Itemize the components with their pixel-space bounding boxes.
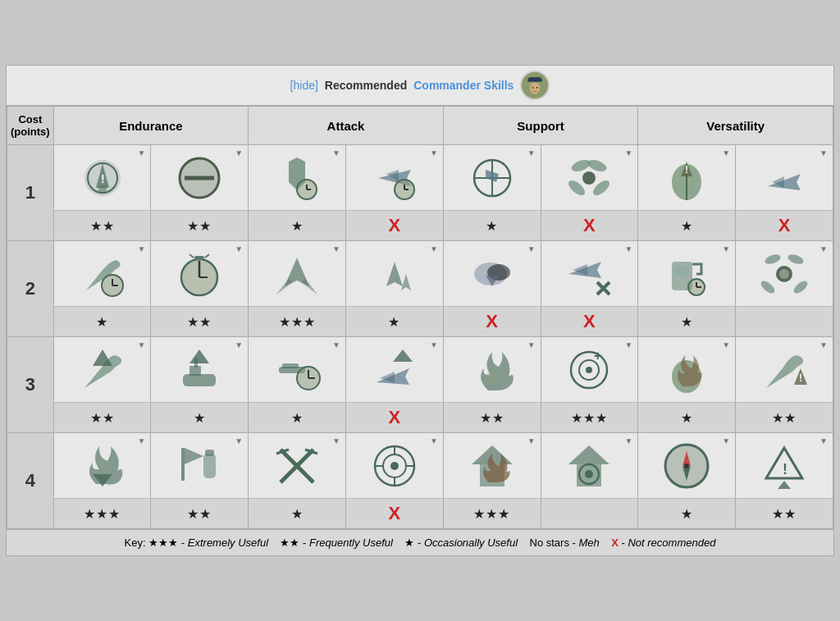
dropdown-arrow-icon[interactable]: ▼	[624, 436, 632, 445]
dropdown-arrow-icon[interactable]: ▼	[332, 436, 340, 445]
skill-cell-row1-1[interactable]: ▼★★	[151, 145, 249, 241]
skill-cell-row4-2[interactable]: ▼★	[249, 433, 346, 529]
dropdown-arrow-icon[interactable]: ▼	[819, 244, 828, 253]
skill-icon-5: +▼	[541, 337, 638, 403]
skill-rating-1: ★	[151, 403, 248, 432]
skill-icon-0: ▼	[54, 433, 151, 499]
skill-icon-3: ▼	[346, 145, 443, 211]
skill-cell-row4-3[interactable]: ▼X	[346, 433, 444, 529]
skill-cell-row1-2[interactable]: ▼★	[249, 145, 346, 241]
dropdown-arrow-icon[interactable]: ▼	[235, 340, 243, 349]
dropdown-arrow-icon[interactable]: ▼	[722, 436, 730, 445]
dropdown-arrow-icon[interactable]: ▼	[527, 340, 536, 349]
svg-text:+: +	[594, 349, 601, 363]
skill-rating-5: X	[541, 307, 638, 336]
dropdown-arrow-icon[interactable]: ▼	[430, 436, 438, 445]
not-recommended-mark: X	[583, 215, 596, 236]
dropdown-arrow-icon[interactable]: ▼	[819, 148, 828, 158]
skill-cell-row1-4[interactable]: ▼★	[443, 145, 541, 241]
skill-cell-row4-0[interactable]: ▼★★★	[53, 433, 151, 529]
dropdown-arrow-icon[interactable]: ▼	[722, 340, 730, 349]
skill-icon-0: ▼	[54, 337, 151, 403]
svg-point-27	[570, 158, 592, 173]
skill-cell-row4-6[interactable]: ▼★	[638, 433, 736, 529]
dropdown-arrow-icon[interactable]: ▼	[722, 148, 730, 158]
skill-cell-row3-1[interactable]: ▼★	[151, 337, 249, 433]
dropdown-arrow-icon[interactable]: ▼	[624, 148, 632, 158]
dropdown-arrow-icon[interactable]: ▼	[722, 244, 730, 253]
skill-icon-7: ▼	[736, 145, 833, 211]
hide-link[interactable]: [hide]	[290, 79, 318, 92]
svg-point-104	[585, 470, 593, 478]
dropdown-arrow-icon[interactable]: ▼	[624, 244, 632, 253]
skill-cell-row2-7[interactable]: ▼	[736, 241, 833, 337]
skill-cell-row1-3[interactable]: ▼X	[346, 145, 444, 241]
skill-icon-6: ▼	[638, 433, 735, 499]
star-rating: ★★	[187, 218, 212, 234]
svg-marker-67	[189, 349, 209, 363]
skill-cell-row2-2[interactable]: ▼★★★	[249, 241, 346, 337]
svg-text:!: !	[101, 172, 105, 185]
dropdown-arrow-icon[interactable]: ▼	[235, 244, 243, 253]
skill-icon-3: ▼	[346, 433, 443, 499]
skill-cell-row2-5[interactable]: ▼X	[541, 241, 638, 337]
dropdown-arrow-icon[interactable]: ▼	[138, 436, 146, 445]
dropdown-arrow-icon[interactable]: ▼	[332, 244, 340, 253]
skill-icon-2: ▼	[249, 145, 345, 211]
skill-cell-row3-4[interactable]: ▼★★	[443, 337, 541, 433]
skill-rating-4: ★★★	[444, 499, 541, 528]
skill-icon-2: ▼	[249, 433, 345, 499]
skill-icon-0: ▼	[54, 241, 151, 307]
dropdown-arrow-icon[interactable]: ▼	[138, 244, 146, 253]
dropdown-arrow-icon[interactable]: ▼	[430, 148, 438, 158]
dropdown-arrow-icon[interactable]: ▼	[138, 148, 146, 158]
dropdown-arrow-icon[interactable]: ▼	[332, 340, 340, 349]
skill-cell-row1-6[interactable]: !▼★	[638, 145, 736, 241]
skill-icon-7: !▼	[736, 337, 833, 403]
skill-cell-row2-3[interactable]: ▼★	[346, 241, 444, 337]
svg-point-59	[764, 252, 782, 265]
skill-cell-row4-7[interactable]: !▼★★	[736, 433, 833, 529]
dropdown-arrow-icon[interactable]: ▼	[527, 244, 536, 253]
dropdown-arrow-icon[interactable]: ▼	[138, 340, 146, 349]
dropdown-arrow-icon[interactable]: ▼	[819, 340, 828, 349]
skill-cell-row2-4[interactable]: ▼X	[443, 241, 541, 337]
skill-cell-row1-5[interactable]: ▼X	[541, 145, 638, 241]
star-rating: ★★★	[84, 506, 121, 522]
skill-cell-row4-4[interactable]: ▼★★★	[443, 433, 541, 529]
star-rating: ★	[96, 314, 108, 330]
dropdown-arrow-icon[interactable]: ▼	[819, 436, 828, 445]
skill-cell-row1-0[interactable]: !▼★★	[53, 145, 151, 241]
skill-cell-row2-0[interactable]: ▼★	[53, 241, 151, 337]
dropdown-arrow-icon[interactable]: ▼	[332, 148, 340, 158]
dropdown-arrow-icon[interactable]: ▼	[527, 436, 536, 445]
star-rating: ★	[388, 314, 400, 330]
skill-icon-4: ▼	[444, 433, 541, 499]
not-recommended-mark: X	[583, 311, 596, 332]
dropdown-arrow-icon[interactable]: ▼	[624, 340, 632, 349]
skill-cell-row3-0[interactable]: ▼★★	[53, 337, 151, 433]
dropdown-arrow-icon[interactable]: ▼	[235, 148, 243, 158]
skill-cell-row1-7[interactable]: ▼X	[736, 145, 833, 241]
skill-cell-row2-6[interactable]: ▼★	[638, 241, 736, 337]
skill-cell-row3-3[interactable]: ▼X	[346, 337, 444, 433]
dropdown-arrow-icon[interactable]: ▼	[430, 244, 438, 253]
skill-cell-row4-1[interactable]: ▼★★	[151, 433, 249, 529]
skill-cell-row2-1[interactable]: ▼★★	[151, 241, 249, 337]
skill-cell-row3-2[interactable]: ▼★	[249, 337, 346, 433]
svg-point-62	[792, 278, 809, 295]
skill-cell-row3-7[interactable]: !▼★★	[736, 337, 833, 433]
skill-cell-row3-6[interactable]: ▼★	[638, 337, 736, 433]
star-rating: ★★	[90, 410, 115, 426]
dropdown-arrow-icon[interactable]: ▼	[527, 148, 536, 158]
dropdown-arrow-icon[interactable]: ▼	[430, 340, 438, 349]
skill-cell-row4-5[interactable]: ▼	[541, 433, 638, 529]
skill-rating-2: ★	[249, 211, 345, 240]
skill-rating-7: ★★	[736, 499, 833, 528]
dropdown-arrow-icon[interactable]: ▼	[235, 436, 243, 445]
svg-point-58	[779, 269, 789, 279]
skill-rating-3: X	[346, 211, 443, 240]
skill-rating-2: ★	[249, 499, 345, 528]
skill-cell-row3-5[interactable]: +▼★★★	[541, 337, 638, 433]
skill-icon-4: ▼	[444, 145, 541, 211]
